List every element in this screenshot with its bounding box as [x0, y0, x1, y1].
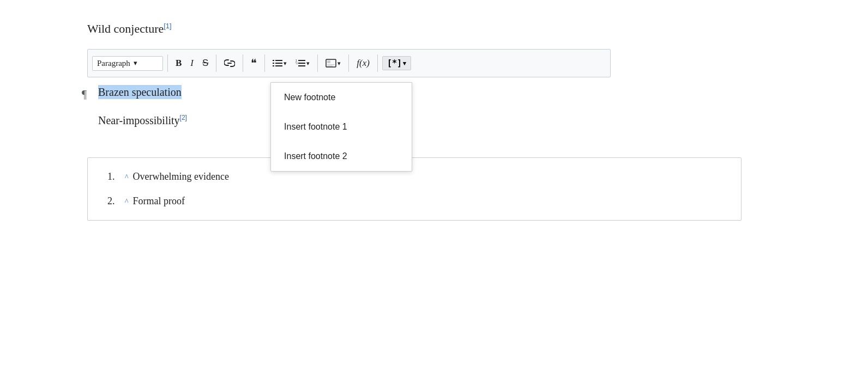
footnote-1-num: 1.: [107, 171, 120, 182]
document-title: Wild conjecture[1]: [87, 22, 781, 36]
bold-button[interactable]: B: [172, 56, 185, 71]
content-line-2[interactable]: Near-impossibility[2]: [98, 114, 187, 127]
svg-rect-0: [273, 60, 274, 61]
formula-label: f(x): [357, 58, 370, 69]
list-chevron: ▾: [284, 60, 287, 67]
footnote-label: [*]: [387, 58, 402, 68]
embed-button[interactable]: ▾: [322, 57, 344, 70]
svg-text:½: ½: [296, 62, 298, 65]
footnote-item-2: 2. ^ Formal proof: [107, 196, 721, 207]
embed-icon: [326, 59, 336, 68]
svg-rect-1: [273, 63, 274, 64]
footnote-button-wrapper: [*] ▾ New footnote Insert footnote 1 Ins…: [382, 56, 411, 70]
toolbar-divider-5: [317, 54, 318, 72]
svg-rect-3: [275, 60, 282, 61]
toolbar-divider-1: [167, 54, 168, 72]
content-row-2: Near-impossibility[2]: [98, 114, 770, 127]
insert-footnote-1-item[interactable]: Insert footnote 1: [271, 112, 412, 142]
link-icon: [224, 59, 235, 68]
embed-chevron: ▾: [337, 60, 341, 67]
unordered-list-icon: [273, 59, 282, 67]
title-superscript: [1]: [164, 22, 171, 30]
new-footnote-item[interactable]: New footnote: [271, 83, 412, 112]
quote-button[interactable]: ❝: [248, 54, 260, 72]
content-line-1[interactable]: Brazen speculation: [98, 86, 182, 99]
footnote-dropdown: New footnote Insert footnote 1 Insert fo…: [270, 82, 412, 172]
line-2-text: Near-impossibility: [98, 114, 180, 126]
svg-rect-9: [298, 63, 305, 64]
footnote-2-num: 2.: [107, 196, 120, 207]
footnote-1-text: Overwhelming evidence: [133, 171, 229, 182]
footnote-item-1: 1. ^ Overwhelming evidence: [107, 171, 721, 182]
content-row-1: ¶ Brazen speculation: [98, 86, 770, 99]
footnote-2-text: Formal proof: [133, 196, 185, 207]
paragraph-style-select[interactable]: Paragraph ▾: [92, 56, 163, 71]
footnotes-section: 1. ^ Overwhelming evidence 2. ^ Formal p…: [87, 157, 742, 221]
editor-toolbar: Paragraph ▾ B I S ❝: [87, 49, 611, 77]
toolbar-divider-6: [348, 54, 349, 72]
svg-rect-2: [273, 65, 274, 66]
editor-content: ¶ Brazen speculation Near-impossibility[…: [87, 77, 781, 144]
link-button[interactable]: [221, 57, 238, 70]
footnote-1-caret[interactable]: ^: [125, 173, 129, 182]
footnote-button[interactable]: [*] ▾: [382, 56, 411, 70]
svg-rect-5: [275, 65, 282, 66]
unordered-list-button[interactable]: ▾: [269, 57, 290, 69]
insert-footnote-2-item[interactable]: Insert footnote 2: [271, 142, 412, 171]
line-2-superscript: [2]: [180, 114, 187, 121]
title-text: Wild conjecture: [87, 22, 164, 35]
toolbar-divider-3: [243, 54, 243, 72]
toolbar-divider-4: [264, 54, 265, 72]
svg-rect-10: [298, 65, 305, 66]
toolbar-divider-7: [377, 54, 378, 72]
selected-text: Brazen speculation: [98, 85, 182, 99]
toolbar-divider-2: [216, 54, 216, 72]
svg-rect-13: [327, 64, 335, 65]
svg-rect-12: [327, 60, 330, 63]
formula-button[interactable]: f(x): [353, 56, 373, 71]
ordered-list-icon: 1 ½: [296, 59, 305, 67]
footnote-chevron: ▾: [403, 60, 406, 67]
italic-button[interactable]: I: [187, 56, 197, 71]
ordered-list-button[interactable]: 1 ½ ▾: [292, 57, 313, 69]
svg-rect-14: [327, 66, 333, 67]
svg-rect-4: [275, 63, 282, 64]
footnote-2-caret[interactable]: ^: [125, 198, 129, 206]
paragraph-style-label: Paragraph: [97, 59, 130, 68]
paragraph-mark: ¶: [82, 88, 87, 101]
strikethrough-button[interactable]: S: [199, 56, 212, 71]
paragraph-style-chevron: ▾: [134, 59, 137, 68]
svg-rect-8: [298, 60, 305, 61]
ordered-list-chevron: ▾: [306, 60, 310, 67]
